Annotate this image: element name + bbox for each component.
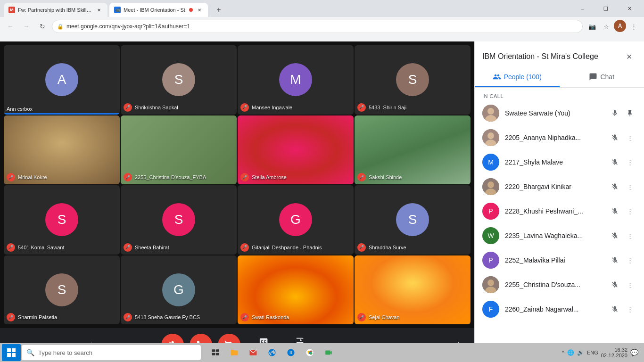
in-call-label: IN CALL — [475, 88, 644, 101]
taskbar-store[interactable] — [282, 344, 300, 361]
tile-name-row: 🎤 5418 Sneha Gawde Fy BCS — [124, 313, 200, 321]
tile-name-row: 🎤 Mrinal Kokre — [7, 173, 47, 181]
participant-avatar: F — [482, 301, 499, 318]
tile-name-gitanjali: Gitanjali Deshpande - Phadnis — [252, 245, 322, 250]
participant-more-icon[interactable]: ⋮ — [623, 131, 636, 144]
taskbar-file-explorer[interactable] — [225, 344, 243, 361]
maximize-button[interactable]: ❑ — [595, 1, 617, 16]
taskbar-edge[interactable] — [263, 344, 281, 361]
participant-more-icon[interactable]: ⋮ — [623, 303, 636, 316]
tile-name-row: 🎤 Swati Raskonda — [240, 313, 289, 321]
tile-name-stella: Stella Ambrose — [252, 174, 287, 180]
video-tile-christina: 🎤 2255_Christina D'souza_FYBA — [121, 115, 237, 185]
taskbar-clock: 16:32 02-12-2020 — [601, 347, 627, 358]
svg-rect-25 — [12, 353, 16, 357]
svg-rect-28 — [212, 353, 215, 355]
video-tile-swati: 🎤 Swati Raskonda — [238, 255, 354, 325]
tile-name-shraddha: Shraddha Surve — [369, 245, 406, 250]
participant-more-icon[interactable]: ⋮ — [623, 205, 636, 218]
participant-item: 2255_Christina D'souza... ⋮ — [475, 272, 644, 297]
notification-icon[interactable]: 💬 — [630, 349, 638, 356]
reload-button[interactable]: ↻ — [36, 20, 49, 33]
participant-name: 2235_Lavina Waghaleka... — [505, 232, 603, 239]
video-tile-sheeta: S 🎤 Sheeta Bahirat — [121, 185, 237, 255]
taskbar-chrome[interactable] — [301, 344, 319, 361]
video-tile-stella: 🎤 Stella Ambrose — [238, 115, 354, 185]
taskbar-task-view[interactable] — [206, 344, 224, 361]
profile-avatar[interactable]: A — [614, 20, 626, 32]
browser-titlebar: M Fw: Partnership with IBM SkillsBu ✕ 📹 … — [0, 0, 644, 17]
mute-icon: 🎤 — [7, 243, 15, 252]
close-button[interactable]: ✕ — [619, 1, 640, 16]
video-tile-shirin: S 🎤 5433_Shirin Saji — [355, 45, 471, 115]
participant-actions: ⋮ — [608, 254, 636, 267]
bookmark-icon[interactable]: ☆ — [600, 20, 613, 33]
forward-button[interactable]: → — [20, 20, 33, 33]
video-tile-shraddha: S 🎤 Shraddha Surve — [355, 185, 471, 255]
menu-icon[interactable]: ⋮ — [627, 20, 640, 33]
address-bar-row: ← → ↻ 🔒 meet.google.com/qnv-jyox-aqr?pli… — [0, 17, 644, 36]
tile-name-row: 🎤 Sharmin Palsetia — [7, 313, 57, 321]
start-button[interactable] — [2, 344, 21, 361]
camera-icon[interactable]: 📷 — [586, 20, 599, 33]
minimize-button[interactable]: – — [571, 1, 593, 16]
participant-name: Swatee Sarwate (You) — [505, 109, 603, 117]
mute-icon: 🎤 — [124, 103, 132, 112]
participant-more-icon[interactable]: ⋮ — [623, 254, 636, 267]
tile-name-christina: 2255_Christina D'souza_FYBA — [135, 174, 206, 180]
participant-actions: ⋮ — [608, 156, 636, 169]
participant-name: 2260_Zainab Nagarwal... — [505, 305, 603, 313]
new-tab-button[interactable]: + — [212, 3, 226, 17]
avatar-gitanjali: G — [279, 203, 312, 236]
mute-icon: 🎤 — [240, 173, 249, 181]
tile-name-mansee: Mansee Ingawale — [252, 105, 292, 110]
participant-pin-icon[interactable] — [623, 107, 636, 120]
video-tile-shrikrishna: S 🎤 Shrikrishna Sapkal — [121, 45, 237, 115]
participant-avatar: P — [482, 203, 499, 220]
address-bar[interactable]: 🔒 meet.google.com/qnv-jyox-aqr?pli=1&aut… — [52, 20, 583, 33]
browser-chrome: M Fw: Partnership with IBM SkillsBu ✕ 📹 … — [0, 0, 644, 41]
svg-rect-23 — [12, 348, 16, 352]
tab-chat-label: Chat — [600, 73, 614, 81]
tile-name-swati: Swati Raskonda — [252, 314, 289, 320]
participant-item: Swatee Sarwate (You) — [475, 101, 644, 125]
tile-name-komal: 5401 Komal Sawant — [18, 245, 64, 250]
lock-icon: 🔒 — [57, 24, 64, 30]
tile-name-ann: Ann csrbox — [7, 106, 33, 112]
mute-icon: 🎤 — [357, 313, 366, 321]
tile-name-row: 🎤 Gitanjali Deshpande - Phadnis — [240, 243, 322, 252]
participant-actions: ⋮ — [608, 131, 636, 144]
back-button[interactable]: ← — [4, 20, 17, 33]
tab-2-close[interactable]: ✕ — [196, 6, 203, 14]
tab-people[interactable]: People (100) — [475, 68, 560, 87]
browser-tab-1[interactable]: M Fw: Partnership with IBM SkillsBu ✕ — [4, 3, 107, 17]
participant-more-icon[interactable]: ⋮ — [623, 229, 636, 242]
participant-mute-icon — [608, 131, 621, 144]
taskbar-mail[interactable] — [244, 344, 262, 361]
taskbar-meet[interactable] — [320, 344, 338, 361]
tray-expand-icon[interactable]: ^ — [562, 350, 564, 355]
svg-rect-22 — [7, 348, 11, 352]
sidebar-title: IBM Orientation - St Mira's College — [482, 52, 598, 61]
mute-icon: 🎤 — [240, 243, 249, 252]
participant-mute-icon — [608, 303, 621, 316]
taskbar-search-box[interactable]: 🔍 Type here to search — [22, 345, 201, 360]
tab-1-close[interactable]: ✕ — [95, 6, 103, 14]
svg-point-18 — [487, 280, 494, 286]
participant-item: P 2252_Malavika Pillai ⋮ — [475, 248, 644, 272]
tile-name-sheeta: Sheeta Bahirat — [135, 245, 169, 250]
participant-more-icon[interactable]: ⋮ — [623, 156, 636, 169]
video-tile-sejal: 🎤 Sejal Chavan — [355, 255, 471, 325]
participant-actions: ⋮ — [608, 205, 636, 218]
browser-tab-2[interactable]: 📹 Meet - IBM Orientation - St ✕ — [109, 3, 208, 17]
participant-more-icon[interactable]: ⋮ — [623, 278, 636, 291]
tile-name-sneha: 5418 Sneha Gawde Fy BCS — [135, 314, 200, 320]
avatar-sharmin: S — [45, 273, 78, 306]
sidebar-close-button[interactable]: ✕ — [621, 49, 636, 64]
participant-more-icon[interactable]: ⋮ — [623, 180, 636, 193]
tab-chat[interactable]: Chat — [560, 68, 644, 87]
participant-name: 2217_Shyla Malave — [505, 158, 603, 166]
mute-icon: 🎤 — [357, 173, 366, 181]
participant-mute-icon — [608, 205, 621, 218]
tile-name-sakshi: Sakshi Shinde — [369, 174, 402, 180]
